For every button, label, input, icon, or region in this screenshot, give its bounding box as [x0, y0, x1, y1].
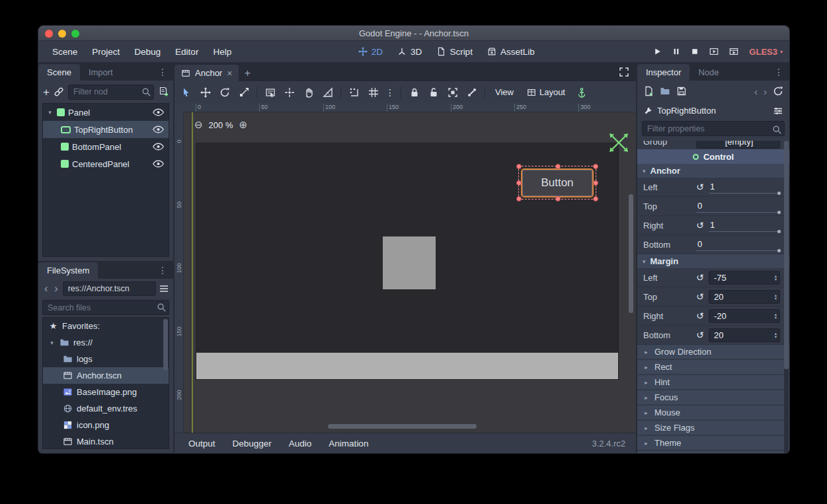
- selection-handle[interactable]: [555, 196, 561, 201]
- animation-panel-button[interactable]: Animation: [320, 439, 377, 449]
- output-panel-button[interactable]: Output: [180, 439, 224, 449]
- anchor-bottom-value[interactable]: 0: [696, 238, 780, 251]
- history-forward-icon[interactable]: ›: [764, 86, 767, 97]
- new-scene-tab-button[interactable]: +: [239, 65, 256, 81]
- filesystem-search-input[interactable]: [42, 300, 169, 315]
- stepper-icon[interactable]: ▴▾: [775, 312, 777, 320]
- snap-options-menu[interactable]: ⋮: [383, 85, 397, 100]
- minimize-window-button[interactable]: [58, 30, 66, 38]
- folder-row-logs[interactable]: logs: [43, 351, 169, 367]
- hamburger-menu-icon[interactable]: [159, 283, 169, 294]
- history-back-icon[interactable]: ‹: [754, 86, 758, 97]
- distraction-free-icon[interactable]: [619, 67, 629, 77]
- move-tool-button[interactable]: [196, 85, 214, 100]
- load-resource-icon[interactable]: [660, 86, 670, 96]
- debugger-panel-button[interactable]: Debugger: [224, 439, 280, 449]
- tree-row-panel[interactable]: ▾ Panel: [43, 104, 169, 121]
- group-object-button[interactable]: [444, 85, 461, 100]
- centered-panel-node[interactable]: [383, 236, 436, 289]
- revert-icon[interactable]: ↺: [696, 220, 709, 231]
- selection-handle[interactable]: [516, 164, 522, 169]
- selection-handle[interactable]: [516, 180, 522, 186]
- section-custom-styles[interactable]: ▸Custom Styles: [637, 451, 789, 453]
- file-row-baseimage-png[interactable]: BaseImage.png: [43, 384, 169, 400]
- dock-menu-icon[interactable]: ⋮: [152, 64, 173, 81]
- inspector-scrollbar-thumb[interactable]: [784, 141, 789, 369]
- selection-handle[interactable]: [555, 164, 561, 169]
- close-icon[interactable]: ×: [227, 68, 232, 79]
- play-custom-scene-button[interactable]: [729, 47, 738, 56]
- instance-scene-icon[interactable]: [54, 87, 64, 97]
- visibility-eye-icon[interactable]: [153, 126, 164, 133]
- menu-scene[interactable]: Scene: [45, 41, 85, 63]
- selection-handle[interactable]: [593, 196, 598, 201]
- file-row-icon-png[interactable]: icon.png: [43, 417, 169, 433]
- mode-assetlib[interactable]: AssetLib: [487, 47, 535, 57]
- titlebar[interactable]: Godot Engine - - Anchor.tscn: [38, 26, 789, 41]
- margin-bottom-field[interactable]: 20 ▴▾: [709, 328, 780, 342]
- lock-object-button[interactable]: [405, 85, 423, 100]
- res-root-row[interactable]: ▾ res://: [43, 334, 169, 351]
- skeleton-options-button[interactable]: [463, 85, 481, 100]
- anchor-preset-button[interactable]: [572, 85, 590, 100]
- save-resource-icon[interactable]: [676, 86, 687, 96]
- anchor-left-value[interactable]: 1: [709, 181, 780, 194]
- video-driver-select[interactable]: GLES3▾: [749, 47, 783, 57]
- maximize-window-button[interactable]: [71, 30, 79, 38]
- object-history-icon[interactable]: [773, 86, 783, 96]
- smart-snap-button[interactable]: [345, 85, 363, 100]
- file-row-anchor-tscn[interactable]: Anchor.tscn: [43, 367, 169, 384]
- margin-top-field[interactable]: 20 ▴▾: [709, 290, 780, 304]
- section-rect[interactable]: ▸Rect: [637, 360, 789, 374]
- layout-menu[interactable]: Layout: [521, 85, 571, 100]
- stepper-icon[interactable]: ▴▾: [775, 274, 777, 281]
- mode-3d[interactable]: 3D: [397, 47, 422, 57]
- menu-debug[interactable]: Debug: [127, 41, 168, 63]
- section-grow-direction[interactable]: ▸Grow Direction: [637, 345, 789, 359]
- file-row-default-env-tres[interactable]: default_env.tres: [43, 400, 169, 417]
- add-node-button[interactable]: +: [43, 87, 50, 98]
- play-scene-button[interactable]: [709, 47, 719, 56]
- section-anchor[interactable]: ▾ Anchor: [637, 164, 789, 178]
- anchor-right-value[interactable]: 1: [709, 219, 780, 232]
- margin-right-field[interactable]: -20 ▴▾: [709, 309, 780, 323]
- audio-panel-button[interactable]: Audio: [280, 439, 321, 449]
- scale-tool-button[interactable]: [235, 85, 253, 100]
- select-tool-button[interactable]: [177, 85, 195, 100]
- anchor-gizmo-icon[interactable]: [608, 131, 630, 154]
- rotate-tool-button[interactable]: [216, 85, 233, 100]
- pause-button[interactable]: [672, 48, 680, 55]
- dock-menu-icon[interactable]: ⋮: [152, 262, 173, 279]
- filesystem-scrollbar[interactable]: [163, 319, 168, 371]
- revert-icon[interactable]: ↺: [696, 330, 709, 340]
- section-size-flags[interactable]: ▸Size Flags: [637, 421, 789, 435]
- back-icon[interactable]: ‹: [42, 283, 50, 295]
- stepper-icon[interactable]: ▴▾: [775, 293, 777, 301]
- mode-script[interactable]: Script: [436, 47, 473, 57]
- visibility-eye-icon[interactable]: [153, 108, 164, 116]
- zoom-in-button[interactable]: ⊕: [239, 119, 247, 131]
- zoom-out-button[interactable]: ⊖: [194, 119, 203, 131]
- menu-project[interactable]: Project: [85, 41, 127, 63]
- list-select-button[interactable]: [261, 85, 279, 100]
- tab-filesystem[interactable]: FileSystem: [38, 262, 98, 279]
- margin-left-field[interactable]: -75 ▴▾: [709, 271, 780, 285]
- ruler-tool-button[interactable]: [319, 85, 336, 100]
- scene-tab-anchor[interactable]: Anchor ×: [175, 65, 239, 81]
- selection-handle[interactable]: [593, 180, 598, 186]
- new-resource-icon[interactable]: [643, 86, 654, 96]
- tree-row-bottompanel[interactable]: BottomPanel: [43, 138, 169, 155]
- tree-row-toprightbutton[interactable]: TopRightButton: [43, 121, 169, 138]
- menu-help[interactable]: Help: [206, 41, 239, 63]
- visibility-eye-icon[interactable]: [153, 143, 164, 151]
- section-theme[interactable]: ▸Theme: [637, 436, 789, 450]
- anchor-top-value[interactable]: 0: [696, 200, 780, 213]
- revert-icon[interactable]: ↺: [696, 291, 709, 302]
- view-menu[interactable]: View: [489, 85, 520, 100]
- pan-tool-button[interactable]: [299, 85, 317, 100]
- attach-script-icon[interactable]: [158, 87, 169, 97]
- revert-icon[interactable]: ↺: [696, 272, 709, 283]
- grid-snap-button[interactable]: [364, 85, 382, 100]
- horizontal-scrollbar[interactable]: [328, 424, 477, 429]
- visibility-eye-icon[interactable]: [153, 160, 164, 168]
